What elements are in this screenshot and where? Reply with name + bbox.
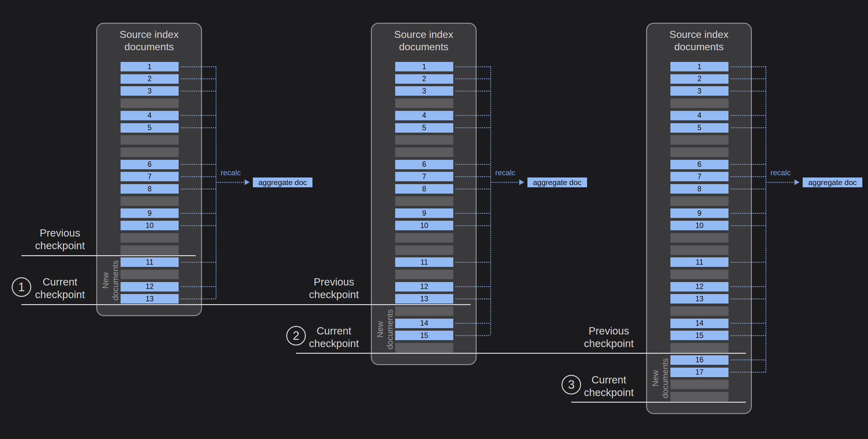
transform-checkpoint-diagram: Source index documents12345678910111213r… xyxy=(0,0,868,439)
new-documents-label: New documents xyxy=(101,255,120,306)
document-row: 10 xyxy=(671,221,728,230)
document-row: 1 xyxy=(121,62,179,71)
placeholder-row xyxy=(395,197,453,206)
document-row: 7 xyxy=(671,172,728,181)
connector-line xyxy=(456,164,490,165)
connector-line xyxy=(181,213,216,214)
document-row: 6 xyxy=(395,160,453,169)
connector-line xyxy=(181,298,216,299)
document-row: 11 xyxy=(395,257,453,267)
connector-line xyxy=(181,127,216,128)
document-row: 4 xyxy=(395,111,453,120)
document-row: 8 xyxy=(395,184,453,194)
document-row: 16 xyxy=(671,355,728,365)
document-row: 3 xyxy=(671,86,728,96)
document-row: 8 xyxy=(121,184,179,194)
document-row: 14 xyxy=(395,319,453,328)
document-row: 9 xyxy=(121,208,179,218)
connector-line xyxy=(456,176,490,177)
current-checkpoint-label: Current checkpoint xyxy=(296,325,372,350)
connector-line xyxy=(731,213,766,214)
connector-line xyxy=(731,372,766,373)
document-row: 12 xyxy=(395,282,453,292)
placeholder-row xyxy=(671,147,728,157)
recalc-label: recalc xyxy=(221,168,241,177)
checkpoint-number-badge: 3 xyxy=(561,375,581,394)
connector-line xyxy=(456,323,490,324)
placeholder-row xyxy=(671,233,728,242)
connector-line xyxy=(731,225,766,226)
placeholder-row xyxy=(395,98,453,108)
placeholder-row xyxy=(671,135,728,145)
connector-line xyxy=(731,262,766,263)
connector-line xyxy=(456,225,490,226)
connector-line xyxy=(731,323,766,324)
previous-checkpoint-label: Previous checkpoint xyxy=(296,276,372,301)
placeholder-row xyxy=(671,392,728,402)
connector-line xyxy=(181,115,216,116)
checkpoint-number-badge: 1 xyxy=(12,277,31,297)
aggregate-doc-box: aggregate doc xyxy=(527,177,587,187)
connector-line xyxy=(456,298,490,299)
document-row: 12 xyxy=(121,282,179,292)
document-row: 4 xyxy=(671,111,728,120)
connector-line xyxy=(456,335,490,336)
placeholder-row xyxy=(395,147,453,157)
document-row: 7 xyxy=(121,172,179,181)
document-row: 5 xyxy=(121,123,179,133)
arrowhead-icon xyxy=(245,179,250,185)
document-row: 6 xyxy=(671,160,728,169)
connector-line xyxy=(731,115,766,116)
placeholder-row xyxy=(671,98,728,108)
connector-line xyxy=(731,164,766,165)
previous-checkpoint-label: Previous checkpoint xyxy=(571,325,647,350)
placeholder-row xyxy=(121,197,179,206)
document-row: 9 xyxy=(671,208,728,218)
connector-line xyxy=(456,66,490,67)
connector-line xyxy=(181,78,216,79)
placeholder-row xyxy=(671,245,728,255)
document-row: 2 xyxy=(395,74,453,84)
connector-line xyxy=(456,91,490,92)
connector-line xyxy=(731,359,766,360)
new-documents-label: New documents xyxy=(375,304,395,355)
placeholder-row xyxy=(671,343,728,352)
connector-line xyxy=(731,286,766,287)
placeholder-row xyxy=(121,147,179,157)
placeholder-row xyxy=(395,343,453,352)
panel-title: Source index documents xyxy=(108,28,190,53)
connector-line xyxy=(181,188,216,189)
document-row: 3 xyxy=(395,86,453,96)
current-checkpoint-line-1 xyxy=(22,304,471,305)
placeholder-row xyxy=(395,306,453,316)
recalc-label: recalc xyxy=(771,168,791,177)
previous-checkpoint-line-1 xyxy=(22,255,196,256)
placeholder-row xyxy=(121,270,179,279)
placeholder-row xyxy=(671,380,728,389)
connector-line xyxy=(456,213,490,214)
connector-line xyxy=(456,78,490,79)
placeholder-row xyxy=(395,233,453,242)
checkpoint-number-badge: 2 xyxy=(286,326,306,346)
connector-line xyxy=(456,262,490,263)
placeholder-row xyxy=(121,233,179,242)
document-row: 17 xyxy=(671,368,728,377)
document-row: 15 xyxy=(395,331,453,340)
document-row: 10 xyxy=(121,221,179,230)
current-checkpoint-line-2 xyxy=(296,353,746,354)
document-row: 10 xyxy=(395,221,453,230)
document-row: 3 xyxy=(121,86,179,96)
document-row: 5 xyxy=(671,123,728,133)
connector-line xyxy=(731,176,766,177)
connector-line xyxy=(456,286,490,287)
document-row: 13 xyxy=(121,294,179,303)
current-checkpoint-label: Current checkpoint xyxy=(571,374,647,399)
connector-line xyxy=(181,91,216,92)
document-row: 5 xyxy=(395,123,453,133)
document-row: 1 xyxy=(395,62,453,71)
document-row: 2 xyxy=(121,74,179,84)
placeholder-row xyxy=(121,98,179,108)
connector-line xyxy=(731,298,766,299)
connector-line xyxy=(456,188,490,189)
current-checkpoint-label: Current checkpoint xyxy=(22,276,98,301)
